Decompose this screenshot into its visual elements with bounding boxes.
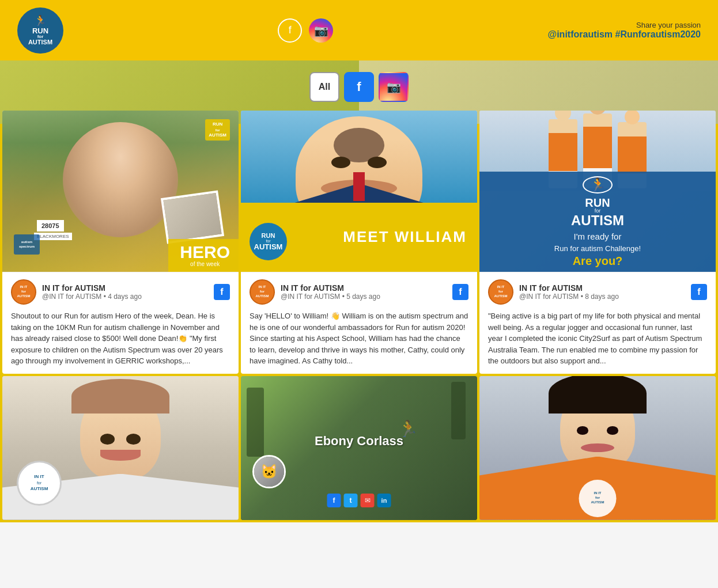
hero-label: HERO of the week xyxy=(168,239,239,272)
autism-spectrum-logo: autismspectrum xyxy=(14,234,40,255)
logo-autism: AUTISM xyxy=(28,39,52,45)
header-social-icons: f 📷 xyxy=(278,18,333,43)
william-post-header: IN ITforAUTISM IN IT for AUTISM @IN IT f… xyxy=(250,279,468,305)
autism-label: AUTISM xyxy=(571,214,624,227)
ebony-name-area: Ebony Corlass xyxy=(241,434,477,449)
ebony-twitter-icon[interactable]: t xyxy=(344,494,358,507)
ready-platform-icon: f xyxy=(691,284,707,300)
ready-line1-text: I'm ready for xyxy=(574,230,622,244)
logo-area: 🏃 RUN for AUTISM xyxy=(17,7,63,54)
race-number: 28075 xyxy=(37,220,64,232)
ebony-facebook-icon[interactable]: f xyxy=(327,494,341,507)
badge-line1: IN IT xyxy=(34,473,44,480)
filter-bar: All f 📷 xyxy=(0,60,718,111)
hero-platform-icon: f xyxy=(214,284,230,300)
share-handles: @initforautism #Runforautism2020 xyxy=(548,29,701,40)
photo-frame xyxy=(161,190,224,244)
site-logo[interactable]: 🏃 RUN for AUTISM xyxy=(17,7,63,54)
william-platform-icon: f xyxy=(452,284,468,300)
william-card-footer: IN ITforAUTISM IN IT for AUTISM @IN IT f… xyxy=(241,272,477,374)
william-post-handle: @IN IT for AUTISM • 5 days ago xyxy=(281,293,452,301)
hero-avatar: IN ITforAUTISM xyxy=(11,279,36,305)
facebook-logo-3: f xyxy=(697,287,700,297)
header-instagram-button[interactable]: 📷 xyxy=(309,18,333,43)
hero-post-text: Shoutout to our Run for autism Hero of t… xyxy=(11,310,230,367)
runner-icon: 🏃 xyxy=(34,15,47,28)
ready-image-bg: 🏃 RUN for AUTISM I'm ready for Run for a… xyxy=(479,111,716,272)
ready-post-meta: IN IT for AUTISM @IN IT for AUTISM • 8 d… xyxy=(519,283,691,301)
instagram-icon: 📷 xyxy=(314,24,328,37)
william-post-text: Say 'HELLO' to William! 👋 William is on … xyxy=(250,310,468,367)
woman-photo-bg: IN IT for AUTISM xyxy=(2,376,239,520)
facebook-logo-2: f xyxy=(459,287,462,297)
run-autism-badge: RUNforAUTISM xyxy=(205,119,230,141)
ready-post-text: "Being active is a big part of my life f… xyxy=(488,310,707,367)
woman-smiling-card: IN IT for AUTISM xyxy=(2,376,239,520)
ready-overlay: 🏃 RUN for AUTISM I'm ready for Run for a… xyxy=(479,172,716,272)
william-card: RUN for AUTISM MEET WILLIAM IN ITforAU xyxy=(241,111,477,374)
init-autism-badge: IN IT for AUTISM xyxy=(17,461,62,506)
hero-title: HERO xyxy=(180,244,230,261)
run-autism-circle-logo: RUN for AUTISM xyxy=(250,223,287,260)
hero-card-footer: IN ITforAUTISM IN IT for AUTISM @IN IT f… xyxy=(2,272,239,374)
header: 🏃 RUN for AUTISM f 📷 Share your passion … xyxy=(0,0,718,60)
ready-card-footer: IN ITforAUTISM IN IT for AUTISM @IN IT f… xyxy=(479,272,716,374)
singlet-badge: IN ITforAUTISM xyxy=(579,480,617,517)
ready-avatar: IN ITforAUTISM xyxy=(488,279,513,305)
badge-line2: for xyxy=(37,480,41,486)
ready-card: 🏃 RUN for AUTISM I'm ready for Run for a… xyxy=(479,111,716,374)
hero-post-handle: @IN IT for AUTISM • 4 days ago xyxy=(42,293,214,301)
ebony-social-icons: f t ✉ in xyxy=(327,494,391,507)
hero-image-bg: 28075 BLACKMORES autismspectrum RUNforAU… xyxy=(2,111,239,272)
ready-card-image: 🏃 RUN for AUTISM I'm ready for Run for a… xyxy=(479,111,716,272)
header-facebook-button[interactable]: f xyxy=(278,18,302,43)
filter-all-button[interactable]: All xyxy=(309,72,339,102)
facebook-logo: f xyxy=(220,287,223,297)
william-avatar: IN ITforAUTISM xyxy=(250,279,275,305)
filter-instagram-icon: 📷 xyxy=(387,80,401,94)
filter-facebook-icon: f xyxy=(357,79,361,94)
badge-line3: AUTISM xyxy=(31,485,48,492)
filter-facebook-button[interactable]: f xyxy=(344,72,374,102)
hero-card: 28075 BLACKMORES autismspectrum RUNforAU… xyxy=(2,111,239,374)
william-image-bg: RUN for AUTISM MEET WILLIAM xyxy=(241,111,477,272)
woman-orange-card: IN ITforAUTISM xyxy=(479,376,716,520)
ebony-linkedin-icon[interactable]: in xyxy=(377,494,391,507)
facebook-icon: f xyxy=(289,24,292,36)
ebony-card: 🏃 Ebony Corlass 🐱 f t ✉ in xyxy=(241,376,477,520)
runner-circle-icon: 🏃 xyxy=(583,176,613,194)
share-text-area: Share your passion @initforautism #Runfo… xyxy=(548,21,701,40)
william-card-image: RUN for AUTISM MEET WILLIAM xyxy=(241,111,477,272)
are-you-text: Are you? xyxy=(573,255,623,268)
runner-emoji: 🏃 xyxy=(590,177,606,192)
cards-grid: 28075 BLACKMORES autismspectrum RUNforAU… xyxy=(0,111,718,376)
hero-card-image: 28075 BLACKMORES autismspectrum RUNforAU… xyxy=(2,111,239,272)
ready-line2-text: Run for autism Challenge! xyxy=(554,243,641,255)
ebony-name: Ebony Corlass xyxy=(241,434,477,449)
share-prompt: Share your passion xyxy=(548,21,701,29)
of-the-week-label: of the week xyxy=(180,261,230,267)
ready-post-header: IN ITforAUTISM IN IT for AUTISM @IN IT f… xyxy=(488,279,707,305)
hero-post-meta: IN IT for AUTISM @IN IT for AUTISM • 4 d… xyxy=(42,283,214,301)
ebony-email-icon[interactable]: ✉ xyxy=(361,494,375,507)
william-account-name: IN IT for AUTISM xyxy=(281,283,452,293)
run-label: RUN xyxy=(571,197,624,208)
william-post-meta: IN IT for AUTISM @IN IT for AUTISM • 5 d… xyxy=(281,283,452,301)
hero-account-name: IN IT for AUTISM xyxy=(42,283,214,293)
william-photo-bg xyxy=(241,111,477,204)
hero-post-header: IN ITforAUTISM IN IT for AUTISM @IN IT f… xyxy=(11,279,230,305)
ebony-avatar: 🐱 xyxy=(252,455,286,488)
ready-account-name: IN IT for AUTISM xyxy=(519,283,691,293)
ready-post-handle: @IN IT for AUTISM • 8 days ago xyxy=(519,293,691,301)
william-bottom: RUN for AUTISM MEET WILLIAM xyxy=(241,203,477,272)
meet-william-text: MEET WILLIAM xyxy=(343,228,467,246)
filter-instagram-button[interactable]: 📷 xyxy=(379,72,409,102)
bottom-cards: IN IT for AUTISM 🏃 Ebony Corlass xyxy=(0,376,718,522)
filter-all-label: All xyxy=(319,82,330,92)
run-autism-logo: RUN for AUTISM xyxy=(571,197,624,227)
main-content: All f 📷 xyxy=(0,60,718,522)
